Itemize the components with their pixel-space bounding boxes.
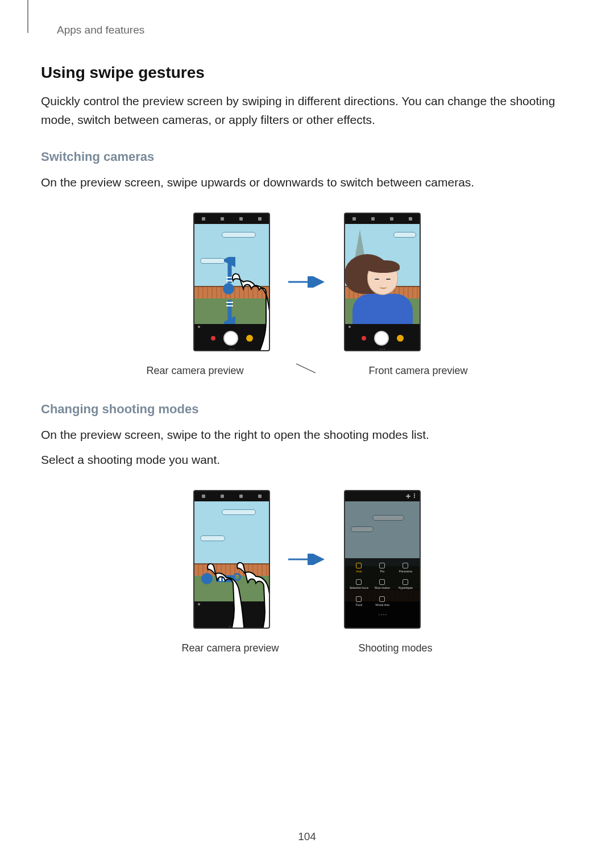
figure-rear-preview-swipe-right: • • •	[193, 490, 270, 629]
page-number: 104	[298, 830, 316, 843]
mode-item: Auto	[347, 562, 371, 579]
pagination-dots-icon: ○ • • •	[347, 613, 417, 621]
figure-caption: Rear camera preview	[146, 365, 243, 377]
phone-topbar	[345, 214, 420, 224]
touch-indicator-icon	[201, 573, 213, 584]
figure-caption: Rear camera preview	[181, 642, 279, 654]
phone-topbar	[194, 491, 269, 501]
section2-paragraph-1: On the preview screen, swipe to the righ…	[41, 426, 573, 445]
mode-item: Selective focus	[347, 578, 371, 595]
shooting-modes-panel: Auto Pro Panorama Selective focus Slow m…	[345, 558, 420, 628]
phone-shutter-bar: • • •	[194, 601, 269, 629]
phone-mock-front: • • •	[344, 213, 421, 351]
mode-icon	[397, 335, 404, 342]
section-heading-changing-modes: Changing shooting modes	[41, 402, 573, 417]
shutter-icon	[223, 331, 238, 346]
section1-paragraph: On the preview screen, swipe upwards or …	[41, 173, 573, 192]
phone-topbar	[345, 491, 420, 501]
section-heading-switching-cameras: Switching cameras	[41, 149, 573, 164]
breadcrumb: Apps and features	[57, 24, 573, 36]
phone-mock-rear: • • •	[193, 213, 270, 351]
svg-line-10	[296, 364, 316, 373]
touch-indicator-end-icon	[233, 573, 241, 581]
mode-item-empty	[394, 595, 417, 612]
mode-item: Food	[347, 595, 371, 612]
phone-mock-rear: • • •	[193, 490, 270, 629]
mode-item: Pro	[371, 562, 394, 579]
phone-viewfinder	[194, 501, 269, 601]
record-icon	[211, 336, 215, 340]
mode-icon	[246, 335, 253, 342]
phone-viewfinder	[194, 224, 269, 324]
figure-caption: Front camera preview	[369, 365, 468, 377]
mode-item: Virtual shot	[371, 595, 394, 612]
plus-icon	[406, 494, 410, 499]
swipe-down-arrow-icon	[224, 298, 235, 324]
record-icon	[362, 336, 366, 340]
figure-rear-preview: • • •	[193, 213, 270, 351]
swipe-up-arrow-icon	[224, 257, 235, 285]
phone-viewfinder	[345, 224, 420, 324]
phone-shutter-bar: • • •	[194, 324, 269, 351]
phone-mock-modes: Auto Pro Panorama Selective focus Slow m…	[344, 490, 421, 629]
figure-caption-row-1: Rear camera preview Front camera preview	[41, 358, 573, 377]
selfie-illustration	[367, 262, 398, 295]
mode-item: Panorama	[394, 562, 417, 579]
page-content: Apps and features Using swipe gestures Q…	[0, 0, 614, 654]
intro-paragraph: Quickly control the preview screen by sw…	[41, 92, 573, 129]
figure-row-switching-cameras: • • •	[41, 213, 573, 351]
figure-shooting-modes: Auto Pro Panorama Selective focus Slow m…	[344, 490, 421, 629]
more-icon	[414, 493, 415, 499]
mode-item: Hyperlapse	[394, 578, 417, 595]
section2-paragraph-2: Select a shooting mode you want.	[41, 451, 573, 470]
figure-caption-row-2: Rear camera preview Shooting modes	[41, 636, 573, 654]
caption-leader-line	[295, 363, 318, 374]
phone-shutter-bar: • • •	[345, 324, 420, 351]
phone-topbar	[194, 214, 269, 224]
figure-front-preview: • • •	[344, 213, 421, 351]
transition-arrow-icon	[287, 554, 327, 565]
mode-item: Slow motion	[371, 578, 394, 595]
page-edge-marker	[27, 0, 28, 33]
page-title: Using swipe gestures	[41, 64, 573, 82]
figure-row-changing-modes: • • •	[41, 490, 573, 629]
swipe-right-arrow-icon	[216, 575, 235, 582]
transition-arrow-icon	[287, 276, 327, 288]
figure-caption: Shooting modes	[358, 642, 432, 654]
shutter-icon	[374, 331, 389, 346]
